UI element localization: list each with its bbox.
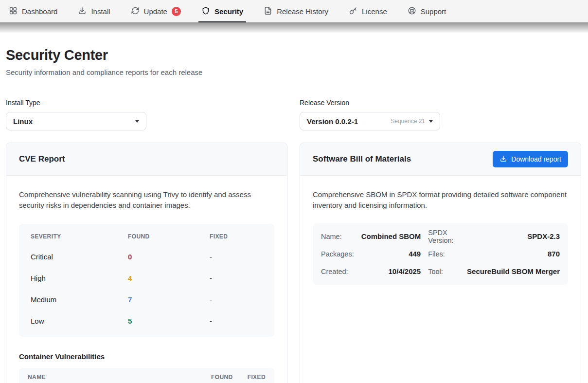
severity-table-header: Severity Found Fixed — [19, 227, 274, 246]
cve-report-card: CVE Report Comprehensive vulnerability s… — [6, 143, 287, 383]
header-scroll-shadow — [0, 22, 588, 33]
found-value: 0 — [128, 253, 210, 261]
cve-description: Comprehensive vulnerability scanning usi… — [19, 189, 274, 211]
download-report-label: Download report — [511, 155, 561, 163]
nav-label: Dashboard — [22, 7, 57, 16]
sbom-spdx-label: SPDX Version: — [428, 228, 460, 245]
chevron-down-icon — [429, 120, 433, 123]
col-found: Found — [128, 233, 210, 240]
table-row-medium: Medium 7 - — [19, 289, 274, 310]
download-icon — [499, 155, 507, 164]
nav-label: Update — [144, 7, 167, 16]
col-fixed: Fixed — [210, 233, 263, 240]
sbom-created-label: Created: — [321, 263, 354, 280]
col-severity: Severity — [31, 233, 128, 240]
install-type-label: Install Type — [6, 99, 287, 107]
release-version-label: Release Version — [300, 99, 581, 107]
release-version-value: Version 0.0.2-1 — [307, 117, 358, 126]
install-type-value: Linux — [13, 117, 33, 126]
container-vulnerabilities-header: Name Found Fixed — [19, 368, 274, 383]
chevron-down-icon — [135, 120, 139, 123]
sbom-card-title: Software Bill of Materials — [313, 154, 411, 164]
found-value: 4 — [128, 274, 210, 282]
nav-label: Security — [214, 7, 243, 16]
nav-label: Support — [421, 7, 446, 16]
sbom-name-value: Combined SBOM — [361, 228, 421, 245]
update-count-badge: 5 — [172, 7, 181, 16]
nav-item-install[interactable]: Install — [78, 0, 110, 22]
nav-label: Install — [91, 7, 110, 16]
col-name: Name — [28, 374, 196, 381]
sbom-name-label: Name: — [321, 228, 354, 245]
release-sequence-label: Sequence 21 — [391, 118, 425, 125]
top-navigation: Dashboard Install Update 5 Security Rele… — [0, 0, 588, 22]
nav-item-release-history[interactable]: Release History — [264, 0, 328, 22]
cve-card-title: CVE Report — [19, 154, 65, 164]
install-type-select[interactable]: Linux — [6, 112, 146, 130]
found-value: 5 — [128, 317, 210, 325]
file-text-icon — [264, 6, 272, 17]
cards-row: CVE Report Comprehensive vulnerability s… — [6, 143, 581, 383]
nav-item-update[interactable]: Update 5 — [131, 0, 181, 22]
download-icon — [78, 6, 87, 17]
table-row-critical: Critical 0 - — [19, 246, 274, 268]
sbom-created-value: 10/4/2025 — [361, 263, 421, 280]
sbom-card-header: Software Bill of Materials Download repo… — [300, 143, 581, 176]
severity-label: High — [31, 274, 128, 282]
shield-icon — [201, 6, 210, 17]
page-subtitle: Security information and compliance repo… — [6, 68, 581, 76]
filters-row: Install Type Linux Release Version Versi… — [6, 99, 581, 130]
release-version-filter: Release Version Version 0.0.2-1 Sequence… — [300, 99, 581, 130]
sbom-tool-value: SecureBuild SBOM Merger — [467, 263, 560, 280]
table-row-low: Low 5 - — [19, 310, 274, 332]
severity-label: Low — [31, 317, 128, 325]
fixed-value: - — [210, 274, 263, 282]
release-version-select[interactable]: Version 0.0.2-1 Sequence 21 — [300, 112, 440, 130]
sbom-card: Software Bill of Materials Download repo… — [300, 143, 581, 383]
severity-label: Critical — [31, 253, 128, 261]
key-icon — [349, 6, 357, 17]
lifebuoy-icon — [408, 6, 416, 17]
container-vulnerabilities-title: Container Vulnerabilities — [19, 352, 274, 361]
nav-item-license[interactable]: License — [349, 0, 387, 22]
dashboard-icon — [9, 6, 18, 17]
col-found: Found — [211, 374, 233, 381]
sbom-files-value: 870 — [467, 245, 560, 263]
fixed-value: - — [210, 295, 263, 304]
found-value: 7 — [128, 295, 210, 304]
sbom-spdx-value: SPDX-2.3 — [467, 228, 560, 245]
sbom-tool-label: Tool: — [428, 263, 460, 280]
install-type-filter: Install Type Linux — [6, 99, 287, 130]
table-row-high: High 4 - — [19, 268, 274, 289]
nav-item-security[interactable]: Security — [201, 0, 243, 22]
sbom-packages-label: Packages: — [321, 245, 354, 263]
nav-item-support[interactable]: Support — [408, 0, 446, 22]
sbom-files-label: Files: — [428, 245, 460, 263]
sbom-details-table: Name: Combined SBOM SPDX Version: SPDX-2… — [313, 223, 568, 285]
download-report-button[interactable]: Download report — [493, 151, 568, 167]
sbom-description: Comprehensive SBOM in SPDX format provid… — [313, 189, 568, 211]
refresh-icon — [131, 6, 140, 17]
nav-label: Release History — [277, 7, 328, 16]
nav-item-dashboard[interactable]: Dashboard — [9, 0, 57, 22]
fixed-value: - — [210, 253, 263, 261]
severity-label: Medium — [31, 295, 128, 304]
page-title: Security Center — [6, 47, 581, 63]
fixed-value: - — [210, 317, 263, 325]
nav-label: License — [362, 7, 387, 16]
main-content: Security Center Security information and… — [0, 47, 588, 383]
cve-card-header: CVE Report — [6, 143, 287, 176]
severity-table: Severity Found Fixed Critical 0 - High 4… — [19, 224, 274, 337]
sbom-packages-value: 449 — [361, 245, 421, 263]
col-fixed: Fixed — [248, 374, 266, 381]
cve-card-body: Comprehensive vulnerability scanning usi… — [6, 176, 287, 383]
sbom-card-body: Comprehensive SBOM in SPDX format provid… — [300, 176, 581, 298]
